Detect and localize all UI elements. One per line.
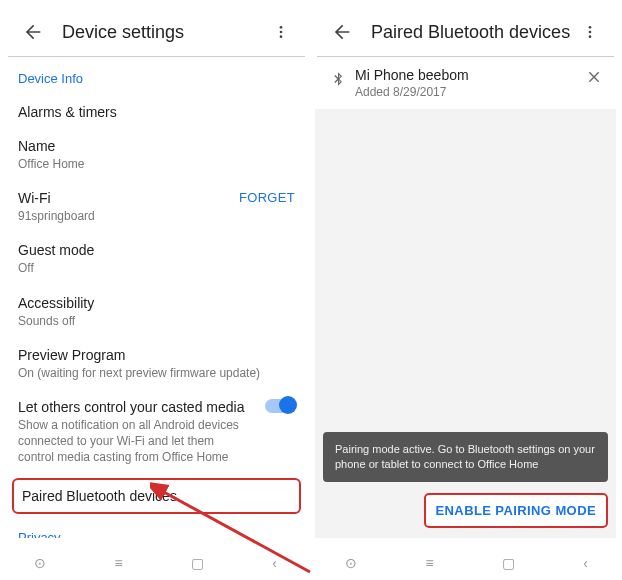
pairing-toast: Pairing mode active. Go to Bluetooth set…	[323, 432, 608, 482]
bluetooth-icon	[325, 67, 351, 89]
appbar-right: Paired Bluetooth devices	[315, 8, 616, 56]
paired-device-name: Mi Phone beebom	[355, 67, 582, 83]
paired-bluetooth-row[interactable]: Paired Bluetooth devices	[14, 480, 299, 512]
screen-paired-devices: Paired Bluetooth devices Mi Phone beebom…	[315, 8, 616, 538]
nav-back-icon[interactable]: ‹	[272, 555, 277, 571]
svg-point-5	[589, 35, 592, 38]
svg-point-3	[589, 26, 592, 29]
svg-point-4	[589, 31, 592, 34]
more-icon[interactable]	[263, 14, 299, 50]
enable-pairing-highlight: ENABLE PAIRING MODE	[424, 493, 608, 528]
paired-bluetooth-label: Paired Bluetooth devices	[22, 488, 291, 504]
preview-program-value: On (waiting for next preview firmware up…	[18, 365, 295, 381]
preview-program-row[interactable]: Preview Program On (waiting for next pre…	[6, 339, 307, 391]
wifi-row[interactable]: Wi-Fi 91springboard FORGET	[6, 182, 307, 234]
page-title: Device settings	[62, 22, 263, 43]
alarms-label: Alarms & timers	[18, 104, 295, 120]
cast-control-value: Show a notification on all Android devic…	[18, 417, 251, 466]
svg-point-2	[280, 35, 283, 38]
paired-bluetooth-highlight: Paired Bluetooth devices	[12, 478, 301, 514]
nav-menu-icon[interactable]: ≡	[425, 555, 433, 571]
privacy-link[interactable]: Privacy	[6, 516, 307, 539]
accessibility-row[interactable]: Accessibility Sounds off	[6, 287, 307, 339]
nav-overview-icon[interactable]: ⊙	[345, 555, 357, 571]
close-icon[interactable]	[582, 67, 606, 91]
name-label: Name	[18, 138, 295, 154]
preview-program-label: Preview Program	[18, 347, 295, 363]
paired-content: Mi Phone beebom Added 8/29/2017 Pairing …	[315, 57, 616, 538]
wifi-value: 91springboard	[18, 208, 295, 224]
nav-home-icon[interactable]: ▢	[191, 555, 204, 571]
guest-mode-value: Off	[18, 260, 295, 276]
back-icon[interactable]	[14, 14, 50, 50]
nav-overview-icon[interactable]: ⊙	[34, 555, 46, 571]
accessibility-label: Accessibility	[18, 295, 295, 311]
guest-mode-row[interactable]: Guest mode Off	[6, 234, 307, 286]
device-info-link[interactable]: Device Info	[6, 57, 307, 96]
appbar-left: Device settings	[6, 8, 307, 56]
more-icon[interactable]	[572, 14, 608, 50]
svg-point-0	[280, 26, 283, 29]
guest-mode-label: Guest mode	[18, 242, 295, 258]
android-navbar: ⊙ ≡ ▢ ‹ ⊙ ≡ ▢ ‹	[0, 546, 622, 580]
page-title: Paired Bluetooth devices	[371, 22, 572, 43]
nav-menu-icon[interactable]: ≡	[114, 555, 122, 571]
cast-control-label: Let others control your casted media	[18, 399, 251, 415]
paired-device-row[interactable]: Mi Phone beebom Added 8/29/2017	[315, 57, 616, 109]
wifi-forget-button[interactable]: FORGET	[239, 190, 295, 205]
nav-back-icon[interactable]: ‹	[583, 555, 588, 571]
settings-content: Device Info Alarms & timers Name Office …	[6, 57, 307, 538]
accessibility-value: Sounds off	[18, 313, 295, 329]
screen-device-settings: Device settings Device Info Alarms & tim…	[6, 8, 307, 538]
paired-device-text: Mi Phone beebom Added 8/29/2017	[351, 67, 582, 99]
back-icon[interactable]	[323, 14, 359, 50]
cast-control-toggle[interactable]	[265, 399, 295, 413]
name-row[interactable]: Name Office Home	[6, 130, 307, 182]
cast-control-row[interactable]: Let others control your casted media Sho…	[6, 391, 307, 476]
enable-pairing-button[interactable]: ENABLE PAIRING MODE	[424, 493, 608, 528]
alarms-row[interactable]: Alarms & timers	[6, 96, 307, 130]
name-value: Office Home	[18, 156, 295, 172]
nav-home-icon[interactable]: ▢	[502, 555, 515, 571]
svg-point-1	[280, 31, 283, 34]
paired-device-sub: Added 8/29/2017	[355, 85, 582, 99]
